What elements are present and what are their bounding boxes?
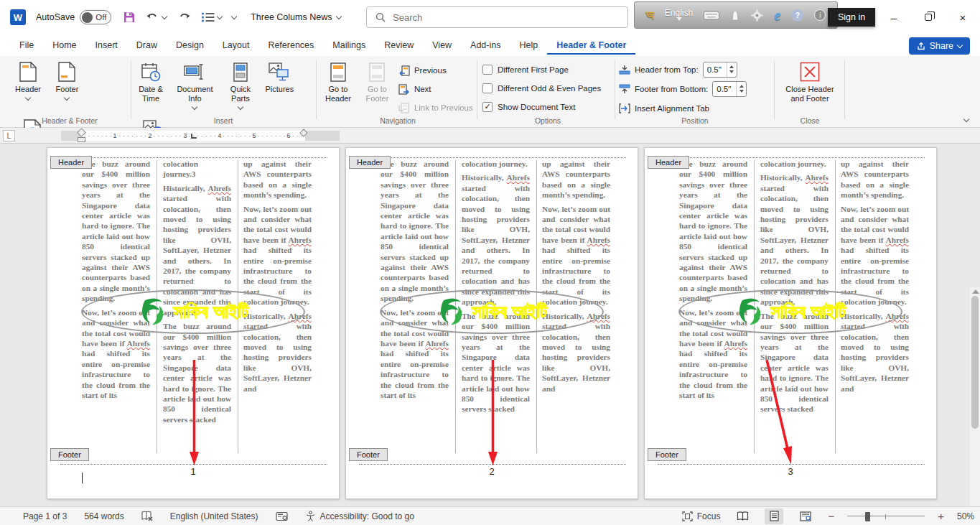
info-icon[interactable]: i: [814, 9, 826, 21]
close-header-footer-button[interactable]: Close Header and Footer: [778, 56, 841, 113]
web-layout-button[interactable]: [796, 508, 815, 524]
minimize-button[interactable]: –: [877, 0, 911, 34]
page-3[interactable]: Header The buzz around our $400 million …: [644, 147, 937, 499]
header-button[interactable]: Header: [10, 56, 46, 113]
scrollbar-thumb[interactable]: [971, 296, 979, 429]
tab-stop-marker[interactable]: [191, 134, 197, 139]
text-cursor: [82, 473, 83, 483]
language-indicator[interactable]: English (United States): [170, 511, 258, 521]
redo-button[interactable]: [177, 11, 191, 24]
checkbox-icon[interactable]: ✓: [482, 83, 493, 93]
tab-design[interactable]: Design: [167, 36, 213, 55]
accessibility-status[interactable]: Accessibility: Good to go: [305, 511, 414, 521]
sign-in-button[interactable]: Sign in: [828, 8, 875, 27]
search-box[interactable]: [366, 6, 628, 28]
focus-button[interactable]: Focus: [682, 511, 721, 521]
keyboard-icon[interactable]: [704, 11, 719, 20]
tab-selector[interactable]: L: [3, 130, 15, 141]
word-count[interactable]: 564 words: [84, 511, 123, 521]
tab-view[interactable]: View: [423, 36, 461, 55]
scroll-up-arrow[interactable]: [972, 289, 979, 294]
header-from-top-input[interactable]: 0.5": [703, 62, 737, 78]
header-from-top-stepper[interactable]: [727, 62, 737, 77]
group-label-options: Options: [482, 116, 613, 125]
page1-column-3[interactable]: up against their AWS counterparts based …: [243, 159, 312, 397]
document-info-button[interactable]: Document Info: [171, 56, 218, 113]
proofing-errors-button[interactable]: [141, 511, 153, 521]
page1-column-1[interactable]: The buzz around our $400 million savings…: [82, 159, 150, 404]
share-button[interactable]: Share: [909, 37, 970, 55]
tab-draw[interactable]: Draw: [127, 36, 167, 55]
page3-column-3[interactable]: up against their AWS counterparts based …: [841, 159, 909, 397]
zoom-slider[interactable]: [847, 511, 925, 521]
close-window-button[interactable]: ×: [946, 0, 980, 34]
page2-column-1[interactable]: The buzz around our $400 million savings…: [381, 159, 449, 404]
horizontal-ruler[interactable]: 1 2 3 4 5 6: [61, 131, 340, 141]
bullets-button[interactable]: [201, 11, 222, 23]
checkbox-icon[interactable]: ✓: [482, 65, 493, 75]
vertical-scrollbar[interactable]: [970, 287, 980, 525]
insert-alignment-tab-button[interactable]: Insert Alignment Tab: [619, 98, 771, 118]
avro-script-icon[interactable]: অ: [646, 8, 654, 23]
left-indent-marker[interactable]: [78, 137, 85, 142]
tab-insert[interactable]: Insert: [86, 36, 127, 55]
language-selector[interactable]: English: [665, 9, 693, 21]
header-tab-label: Header: [648, 156, 689, 169]
different-odd-even-checkbox[interactable]: ✓ Different Odd & Even Pages: [482, 79, 613, 98]
tab-mailings[interactable]: Mailings: [323, 36, 375, 55]
document-title-control[interactable]: Three Colums News: [251, 12, 341, 22]
tab-file[interactable]: File: [10, 36, 43, 55]
red-arrow: [487, 360, 499, 469]
zoom-out-button[interactable]: −: [828, 513, 834, 520]
restore-button[interactable]: [911, 0, 946, 34]
show-document-text-checkbox[interactable]: ✓ Show Document Text: [482, 98, 613, 116]
zoom-in-button[interactable]: +: [938, 513, 944, 520]
page-1[interactable]: Header The buzz around our $400 million …: [47, 147, 340, 499]
previous-button[interactable]: Previous: [398, 62, 473, 79]
print-layout-button[interactable]: [765, 508, 783, 524]
tab-review[interactable]: Review: [375, 36, 423, 55]
focus-icon: [682, 511, 693, 521]
browser-e-icon[interactable]: e: [774, 7, 780, 24]
help-icon[interactable]: ?: [791, 9, 803, 22]
next-button[interactable]: Next: [398, 80, 473, 98]
undo-button[interactable]: [146, 11, 167, 24]
zoom-slider-thumb[interactable]: [865, 512, 870, 521]
share-icon: [917, 42, 925, 50]
tab-help[interactable]: Help: [510, 36, 547, 55]
tab-home[interactable]: Home: [43, 36, 85, 55]
pictures-button[interactable]: Pictures: [262, 56, 297, 113]
search-input[interactable]: [393, 12, 594, 23]
save-button[interactable]: [123, 11, 136, 24]
customize-qat-button[interactable]: [232, 17, 236, 19]
footer-button[interactable]: Footer: [49, 56, 85, 113]
different-first-page-checkbox[interactable]: ✓ Different First Page: [482, 60, 613, 79]
layout-switcher-icon[interactable]: [730, 9, 740, 22]
read-mode-button[interactable]: [733, 508, 752, 524]
footer-from-bottom-stepper[interactable]: [736, 82, 746, 96]
date-time-button[interactable]: Date & Time: [134, 56, 168, 113]
ruler-number: 4: [218, 131, 221, 139]
watermark: সাকিব আইটি: [81, 289, 305, 334]
page-2[interactable]: Header The buzz around our $400 million …: [345, 147, 638, 499]
tab-add-ins[interactable]: Add-ins: [461, 36, 510, 55]
tab-header-footer[interactable]: Header & Footer: [547, 36, 635, 55]
editing-status-button[interactable]: [276, 511, 288, 521]
collapse-ribbon-chevron[interactable]: [963, 116, 969, 122]
page3-column-1[interactable]: The buzz around our $400 million savings…: [679, 159, 747, 404]
go-to-header-button[interactable]: Go to Header: [320, 56, 356, 113]
gear-icon[interactable]: [751, 9, 763, 22]
tab-layout[interactable]: Layout: [213, 36, 259, 55]
autosave-toggle[interactable]: Off: [80, 10, 111, 24]
page2-column-3[interactable]: up against their AWS counterparts based …: [542, 159, 610, 397]
language-bar[interactable]: অ English e ? i: [634, 1, 838, 29]
quick-parts-button[interactable]: Quick Parts: [222, 56, 259, 113]
tab-references[interactable]: References: [258, 36, 323, 55]
footer-from-bottom-input[interactable]: 0.5": [712, 81, 747, 97]
undo-dropdown-chevron[interactable]: [162, 13, 167, 19]
page-indicator[interactable]: Page 1 of 3: [23, 511, 67, 521]
bullets-dropdown-chevron[interactable]: [217, 13, 223, 19]
zoom-level[interactable]: 50%: [957, 511, 974, 521]
checkbox-icon[interactable]: ✓: [482, 102, 493, 112]
word-app-icon[interactable]: W: [10, 9, 26, 25]
